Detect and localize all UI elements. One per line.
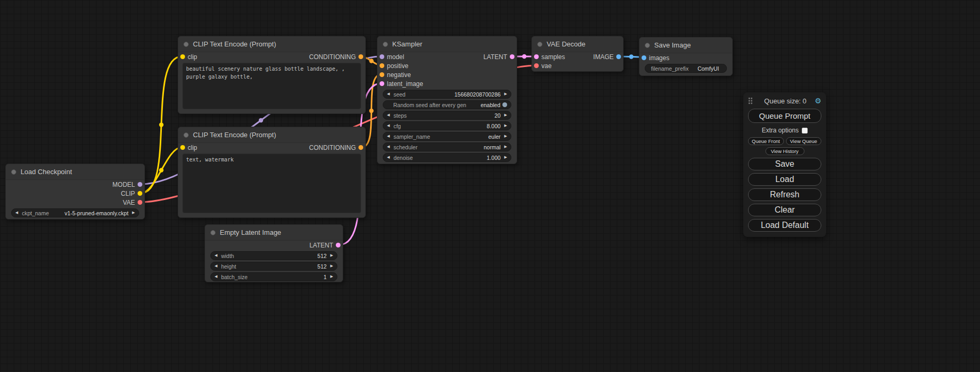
node-title-bar[interactable]: Empty Latent Image [205,225,343,241]
save-button[interactable]: Save [748,158,821,170]
increment-arrow-icon[interactable]: ▶ [504,145,507,149]
toggle-icon[interactable] [502,102,507,107]
collapse-dot-icon[interactable] [383,42,388,47]
node-ksampler[interactable]: KSampler model LATENT positive negative … [377,36,517,164]
output-dot-conditioning-icon[interactable] [358,54,363,59]
widget-value: v1-5-pruned-emaonly.ckpt [64,210,128,216]
widget-width[interactable]: ◀ width 512 ▶ [210,251,337,260]
output-dot-vae-icon[interactable] [138,200,142,205]
extra-options-checkbox[interactable] [802,128,808,133]
decrement-arrow-icon[interactable]: ◀ [15,211,18,215]
widget-height[interactable]: ◀ height 512 ▶ [210,262,337,271]
node-vae-decode[interactable]: VAE Decode samples IMAGE vae [531,36,624,72]
decrement-arrow-icon[interactable]: ◀ [215,254,217,257]
node-title-bar[interactable]: KSampler [377,36,517,52]
slot-row: samples IMAGE [532,52,623,61]
queue-front-button[interactable]: Queue Front [748,137,784,145]
widget-sampler-name[interactable]: ◀ sampler_name euler ▶ [383,132,511,141]
decrement-arrow-icon[interactable]: ◀ [387,92,390,96]
increment-arrow-icon[interactable]: ▶ [504,124,507,128]
refresh-button[interactable]: Refresh [748,188,821,201]
collapse-dot-icon[interactable] [183,132,189,138]
increment-arrow-icon[interactable]: ▶ [132,211,135,215]
input-dot-vae-icon[interactable] [534,63,539,68]
decrement-arrow-icon[interactable]: ◀ [215,264,217,268]
input-dot-conditioning-icon[interactable] [380,63,384,68]
node-title-bar[interactable]: VAE Decode [532,36,623,52]
queue-small-buttons-row: Queue Front View Queue [748,137,821,145]
positive-prompt-textarea[interactable]: beautiful scenery nature glass bottle la… [182,63,361,109]
slot-label: model [387,53,404,61]
decrement-arrow-icon[interactable]: ◀ [387,135,390,138]
output-dot-latent-icon[interactable] [336,243,341,247]
output-dot-clip-icon[interactable] [138,191,142,196]
node-title-bar[interactable]: CLIP Text Encode (Prompt) [178,127,365,143]
slot-label: CONDITIONING [309,53,356,61]
increment-arrow-icon[interactable]: ▶ [331,264,333,268]
drag-handle-icon[interactable] [748,97,753,104]
output-dot-conditioning-icon[interactable] [358,145,363,150]
widget-filename-prefix[interactable]: filename_prefix ComfyUI [645,64,727,73]
increment-arrow-icon[interactable]: ▶ [331,254,333,257]
view-queue-button[interactable]: View Queue [786,137,822,145]
view-history-button[interactable]: View History [765,147,804,155]
load-default-button[interactable]: Load Default [748,219,821,232]
collapse-dot-icon[interactable] [537,42,542,47]
collapse-dot-icon[interactable] [11,169,16,175]
collapse-dot-icon[interactable] [645,43,650,48]
settings-gear-icon[interactable]: ⚙ [814,97,821,104]
widget-batch-size[interactable]: ◀ batch_size 1 ▶ [210,272,337,281]
slot-label: negative [387,71,411,79]
input-dot-latent-icon[interactable] [380,81,384,86]
collapse-dot-icon[interactable] [183,42,189,47]
node-graph-canvas[interactable]: Load Checkpoint MODEL CLIP VAE ◀ ckpt_na… [0,0,980,372]
widget-scheduler[interactable]: ◀ scheduler normal ▶ [383,142,511,151]
slot-label: MODEL [112,181,135,188]
decrement-arrow-icon[interactable]: ◀ [387,124,390,128]
node-clip-text-encode-negative[interactable]: CLIP Text Encode (Prompt) clip CONDITION… [178,127,366,218]
increment-arrow-icon[interactable]: ▶ [504,113,507,117]
slot-row: clip CONDITIONING [178,52,365,61]
input-dot-conditioning-icon[interactable] [380,72,384,77]
widget-seed[interactable]: ◀ seed 156680208700286 ▶ [383,90,511,99]
decrement-arrow-icon[interactable]: ◀ [387,113,390,117]
increment-arrow-icon[interactable]: ▶ [504,135,507,138]
output-dot-latent-icon[interactable] [510,54,515,59]
widget-value: 512 [317,253,327,259]
input-dot-clip-icon[interactable] [180,54,185,59]
widget-name: Random seed after every gen [393,102,466,108]
increment-arrow-icon[interactable]: ▶ [331,275,333,279]
node-title-label: KSampler [392,40,422,48]
queue-prompt-button[interactable]: Queue Prompt [748,109,821,123]
load-button[interactable]: Load [748,173,821,186]
slot-label: samples [541,53,565,61]
widget-random-seed-toggle[interactable]: Random seed after every gen enabled [383,100,511,109]
increment-arrow-icon[interactable]: ▶ [504,156,507,159]
decrement-arrow-icon[interactable]: ◀ [387,156,390,159]
node-load-checkpoint[interactable]: Load Checkpoint MODEL CLIP VAE ◀ ckpt_na… [5,164,145,220]
node-save-image[interactable]: Save Image images filename_prefix ComfyU… [639,37,733,76]
input-dot-clip-icon[interactable] [180,145,185,150]
decrement-arrow-icon[interactable]: ◀ [215,275,217,279]
widget-denoise[interactable]: ◀ denoise 1.000 ▶ [383,153,511,162]
node-clip-text-encode-positive[interactable]: CLIP Text Encode (Prompt) clip CONDITION… [178,36,366,114]
node-title-bar[interactable]: Load Checkpoint [6,164,144,180]
widget-value: enabled [481,102,500,108]
node-empty-latent-image[interactable]: Empty Latent Image LATENT ◀ width 512 ▶ … [205,224,343,282]
node-title-bar[interactable]: Save Image [639,37,732,53]
widget-steps[interactable]: ◀ steps 20 ▶ [383,111,511,120]
output-dot-image-icon[interactable] [616,54,621,59]
increment-arrow-icon[interactable]: ▶ [504,92,507,96]
input-dot-samples-icon[interactable] [534,54,539,59]
node-title-bar[interactable]: CLIP Text Encode (Prompt) [178,36,365,52]
widget-ckpt-name[interactable]: ◀ ckpt_name v1-5-pruned-emaonly.ckpt ▶ [11,208,139,217]
widget-value: 8.000 [487,123,500,129]
input-dot-images-icon[interactable] [642,55,646,60]
clear-button[interactable]: Clear [748,204,821,216]
decrement-arrow-icon[interactable]: ◀ [387,145,390,149]
output-dot-model-icon[interactable] [138,182,142,187]
negative-prompt-textarea[interactable]: text, watermark [182,154,361,213]
input-dot-model-icon[interactable] [380,54,384,59]
widget-cfg[interactable]: ◀ cfg 8.000 ▶ [383,121,511,130]
collapse-dot-icon[interactable] [210,230,216,235]
